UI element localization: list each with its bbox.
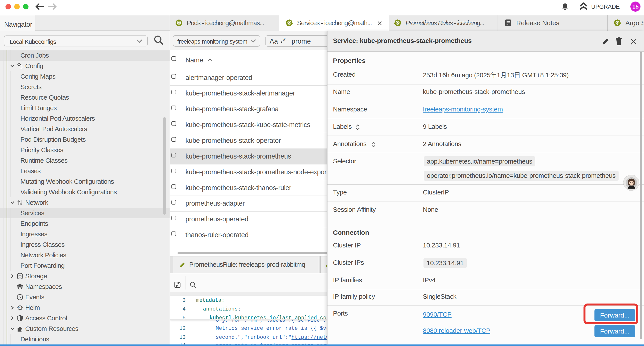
svg-text:HELM: HELM	[18, 307, 22, 309]
